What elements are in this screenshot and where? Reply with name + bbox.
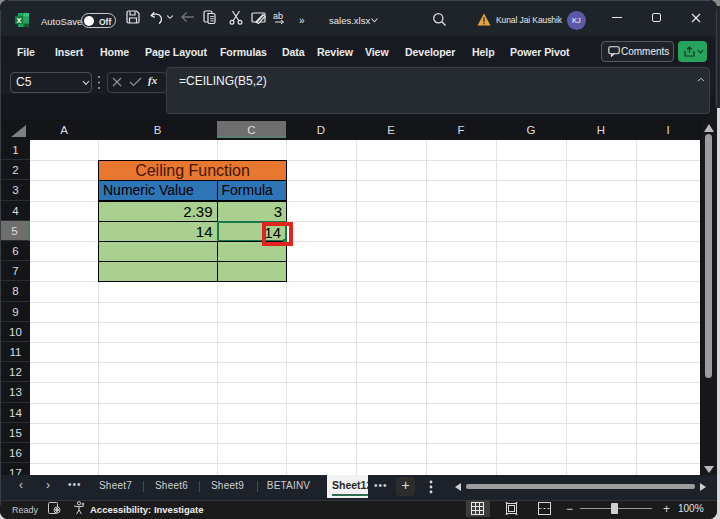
svg-text:X: X bbox=[17, 16, 22, 25]
